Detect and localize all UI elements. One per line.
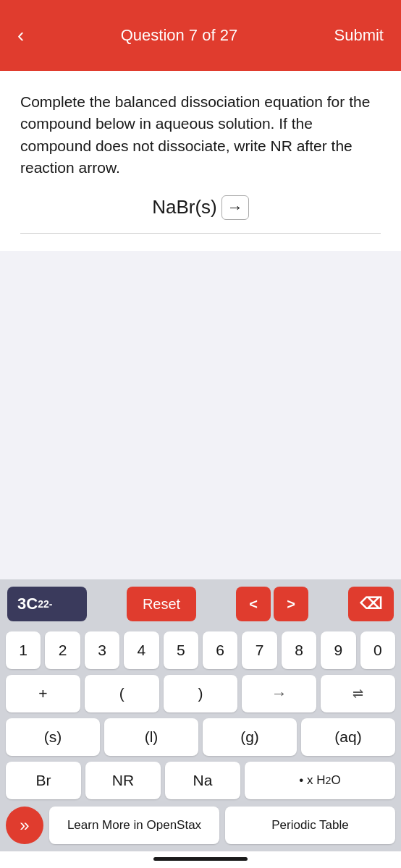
skip-button[interactable]: » (6, 807, 43, 844)
key-plus[interactable]: + (6, 675, 80, 712)
number-row: 1 2 3 4 5 6 7 8 9 0 (0, 629, 401, 672)
key-br[interactable]: Br (6, 762, 81, 799)
nav-group: < > (236, 587, 308, 621)
equation-compound: NaBr(s) (152, 196, 217, 218)
key-na[interactable]: Na (165, 762, 240, 799)
learn-more-button[interactable]: Learn More in OpenStax (49, 807, 219, 844)
key-9[interactable]: 9 (321, 631, 355, 669)
equation-display: NaBr(s) → (20, 195, 381, 234)
state-row: (s) (l) (g) (aq) (0, 715, 401, 759)
reset-button[interactable]: Reset (127, 587, 196, 621)
key-5[interactable]: 5 (164, 631, 198, 669)
key-equilibrium-arrow[interactable]: ⇌ (321, 675, 395, 712)
key-open-paren[interactable]: ( (85, 675, 159, 712)
nav-right-button[interactable]: > (274, 587, 308, 621)
element-row: Br NR Na • x H2O (0, 759, 401, 802)
key-1[interactable]: 1 (6, 631, 41, 669)
key-7[interactable]: 7 (242, 631, 277, 669)
key-liquid[interactable]: (l) (104, 718, 198, 756)
header: ‹ Question 7 of 27 Submit (0, 0, 401, 71)
key-0[interactable]: 0 (360, 631, 395, 669)
key-8[interactable]: 8 (282, 631, 316, 669)
key-solid[interactable]: (s) (6, 718, 100, 756)
key-arrow[interactable]: → (242, 675, 316, 712)
nav-left-button[interactable]: < (236, 587, 271, 621)
key-water[interactable]: • x H2O (245, 762, 395, 799)
footer-row: » Learn More in OpenStax Periodic Table (0, 802, 401, 851)
keyboard-area: 3C22- Reset < > ⌫ 1 2 3 4 5 6 7 8 9 0 + … (0, 579, 401, 851)
key-nr[interactable]: NR (85, 762, 161, 799)
question-area: Complete the balanced dissociation equat… (0, 71, 401, 251)
submit-button[interactable]: Submit (329, 20, 389, 51)
key-aqueous[interactable]: (aq) (301, 718, 395, 756)
content-spacer (0, 251, 401, 579)
input-display: 3C22- (7, 587, 87, 621)
question-text: Complete the balanced dissociation equat… (20, 91, 381, 179)
key-2[interactable]: 2 (45, 631, 80, 669)
question-progress: Question 7 of 27 (121, 26, 237, 45)
key-close-paren[interactable]: ) (164, 675, 238, 712)
input-row: 3C22- Reset < > ⌫ (0, 579, 401, 629)
key-6[interactable]: 6 (203, 631, 237, 669)
key-3[interactable]: 3 (85, 631, 119, 669)
home-indicator (0, 851, 401, 868)
key-4[interactable]: 4 (124, 631, 159, 669)
periodic-table-button[interactable]: Periodic Table (225, 807, 395, 844)
equation-arrow: → (221, 195, 249, 220)
key-gas[interactable]: (g) (203, 718, 297, 756)
back-button[interactable]: ‹ (12, 20, 30, 51)
delete-button[interactable]: ⌫ (348, 587, 394, 621)
operator-row: + ( ) → ⇌ (0, 672, 401, 715)
home-indicator-bar (153, 857, 248, 861)
